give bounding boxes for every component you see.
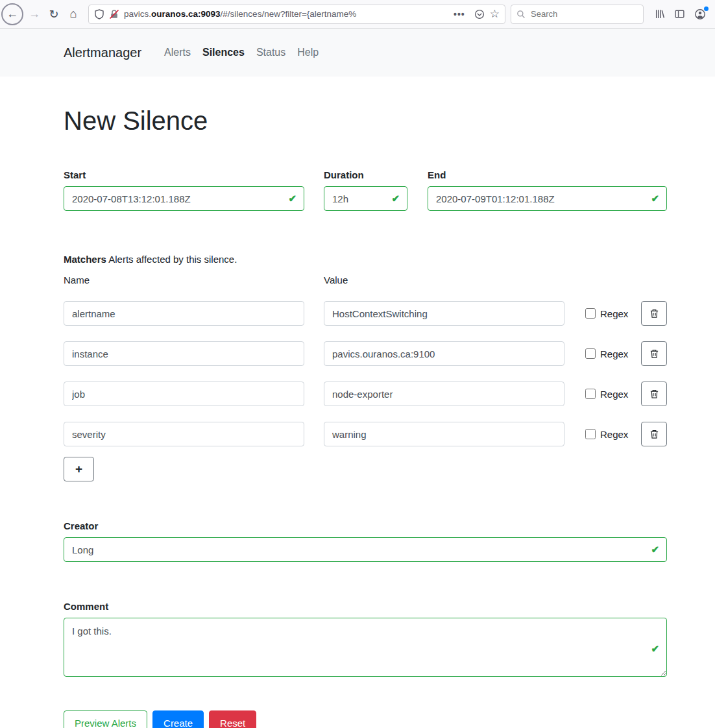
matcher-row: Regex xyxy=(64,382,667,406)
url-domain: ouranos.ca:9093 xyxy=(151,9,221,19)
toolbar-right-icons xyxy=(654,8,706,20)
regex-control: Regex xyxy=(585,348,628,359)
browser-toolbar: ← → ↻ ⌂ pavics.ouranos.ca:9093/#/silence… xyxy=(0,0,715,29)
matcher-value-input[interactable] xyxy=(324,341,564,366)
end-input[interactable] xyxy=(428,186,667,211)
matchers-section: Matchers Alerts affected by this silence… xyxy=(64,254,667,481)
matcher-value-input[interactable] xyxy=(324,422,564,446)
matcher-name-input[interactable] xyxy=(64,341,304,366)
comment-textarea[interactable]: I got this. xyxy=(64,618,667,677)
matcher-column-headers: Name Value xyxy=(64,274,667,285)
name-column-header: Name xyxy=(64,274,304,285)
nav-item-alerts[interactable]: Alerts xyxy=(158,47,197,58)
matcher-name-input[interactable] xyxy=(64,382,304,406)
matchers-label: Matchers xyxy=(64,254,106,265)
regex-control: Regex xyxy=(585,389,628,400)
regex-label: Regex xyxy=(600,308,628,319)
matcher-row: Regex xyxy=(64,341,667,366)
account-icon[interactable] xyxy=(694,8,706,20)
matcher-value-input[interactable] xyxy=(324,382,564,406)
pocket-icon[interactable] xyxy=(474,9,485,19)
url-bar[interactable]: pavics.ouranos.ca:9093/#/silences/new?fi… xyxy=(88,5,505,24)
matcher-value-input[interactable] xyxy=(324,301,564,326)
creator-section: Creator ✔ xyxy=(64,520,667,562)
valid-check-icon: ✔ xyxy=(391,193,400,204)
reload-icon: ↻ xyxy=(49,7,58,21)
home-icon: ⌂ xyxy=(70,7,77,21)
reset-button[interactable]: Reset xyxy=(209,710,256,728)
regex-checkbox[interactable] xyxy=(585,389,596,399)
creator-label: Creator xyxy=(64,520,667,531)
insecure-lock-icon[interactable] xyxy=(109,9,119,19)
forward-button[interactable]: → xyxy=(25,5,44,24)
end-field: End ✔ xyxy=(428,169,667,211)
home-button[interactable]: ⌂ xyxy=(64,5,83,24)
brand-alertmanager[interactable]: Alertmanager xyxy=(64,45,141,60)
regex-label: Regex xyxy=(600,389,628,400)
url-path: /#/silences/new?filter={alertname% xyxy=(221,9,357,19)
trash-icon xyxy=(649,308,659,319)
matcher-row: Regex xyxy=(64,301,667,326)
start-label: Start xyxy=(64,169,304,180)
search-bar[interactable] xyxy=(511,5,644,24)
nav-item-status[interactable]: Status xyxy=(250,47,291,58)
bookmark-star-icon[interactable]: ☆ xyxy=(490,7,500,21)
valid-check-icon: ✔ xyxy=(651,544,659,555)
tracking-protection-shield-icon[interactable] xyxy=(94,9,104,19)
back-icon: ← xyxy=(6,7,18,21)
page-title: New Silence xyxy=(64,106,667,136)
matchers-description: Alerts affected by this silence. xyxy=(108,254,237,265)
regex-checkbox[interactable] xyxy=(585,308,596,319)
trash-icon xyxy=(649,348,659,359)
search-icon xyxy=(516,10,526,19)
regex-label: Regex xyxy=(600,348,628,359)
duration-field: Duration ✔ xyxy=(324,169,407,211)
trash-icon xyxy=(649,429,659,439)
page-actions-button[interactable]: ••• xyxy=(454,9,465,19)
url-subdomain: pavics. xyxy=(124,9,151,19)
new-silence-form: New Silence Start ✔ Duration ✔ End ✔ Mat… xyxy=(64,106,667,728)
matcher-name-input[interactable] xyxy=(64,422,304,446)
matcher-row: Regex xyxy=(64,422,667,446)
time-fields-row: Start ✔ Duration ✔ End ✔ xyxy=(64,169,667,211)
matcher-name-input[interactable] xyxy=(64,301,304,326)
reload-button[interactable]: ↻ xyxy=(44,5,64,24)
sidebar-toggle-icon[interactable] xyxy=(674,8,685,19)
app-navbar: Alertmanager Alerts Silences Status Help xyxy=(0,29,715,77)
comment-label: Comment xyxy=(64,601,667,612)
valid-check-icon: ✔ xyxy=(651,193,659,204)
library-icon[interactable] xyxy=(654,8,665,19)
nav-item-silences[interactable]: Silences xyxy=(197,47,250,58)
delete-matcher-button[interactable] xyxy=(641,301,667,326)
form-actions: Preview Alerts Create Reset xyxy=(64,710,667,728)
url-text: pavics.ouranos.ca:9093/#/silences/new?fi… xyxy=(124,9,448,19)
create-button[interactable]: Create xyxy=(152,710,204,728)
end-label: End xyxy=(428,169,667,180)
value-column-header: Value xyxy=(324,274,348,285)
delete-matcher-button[interactable] xyxy=(641,341,667,366)
regex-control: Regex xyxy=(585,429,628,440)
comment-section: Comment I got this. ✔ xyxy=(64,601,667,679)
start-field: Start ✔ xyxy=(64,169,304,211)
add-matcher-button[interactable]: + xyxy=(64,457,94,481)
valid-check-icon: ✔ xyxy=(651,643,659,655)
plus-icon: + xyxy=(75,462,82,476)
back-button[interactable]: ← xyxy=(1,3,23,25)
regex-control: Regex xyxy=(585,308,628,319)
preview-alerts-button[interactable]: Preview Alerts xyxy=(64,710,147,728)
search-input[interactable] xyxy=(529,8,638,19)
regex-checkbox[interactable] xyxy=(585,429,596,439)
matchers-heading: Matchers Alerts affected by this silence… xyxy=(64,254,667,265)
account-notification-dot xyxy=(704,6,709,11)
delete-matcher-button[interactable] xyxy=(641,422,667,446)
duration-label: Duration xyxy=(324,169,407,180)
delete-matcher-button[interactable] xyxy=(641,382,667,406)
forward-icon: → xyxy=(29,7,40,21)
regex-label: Regex xyxy=(600,429,628,440)
regex-checkbox[interactable] xyxy=(585,348,596,359)
trash-icon xyxy=(649,389,659,399)
start-input[interactable] xyxy=(64,186,304,211)
valid-check-icon: ✔ xyxy=(288,193,297,204)
nav-item-help[interactable]: Help xyxy=(291,47,324,58)
creator-input[interactable] xyxy=(64,537,667,562)
